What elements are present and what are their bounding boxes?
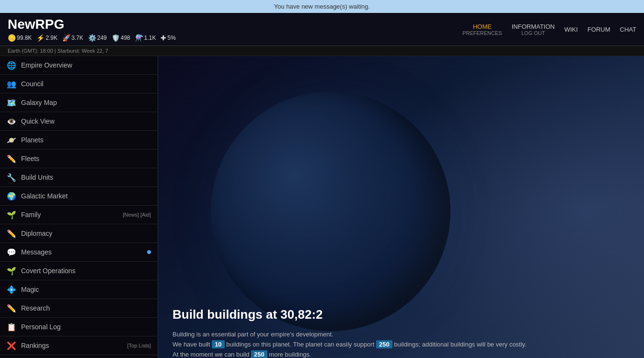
sidebar-label-2: Galaxy Map	[21, 99, 151, 106]
nav-link-chat[interactable]: CHAT	[620, 26, 636, 33]
sidebar-label-7: Galactic Market	[21, 192, 151, 200]
page-description: Building is an essential part of your em…	[172, 330, 630, 358]
desc3-pre: At the moment we can build	[172, 351, 251, 358]
sidebar-label-8: Family	[21, 211, 118, 219]
notification-text: You have new message(s) waiting.	[274, 3, 370, 10]
sidebar-icon-5: ✏️	[7, 154, 16, 163]
planet-decoration	[211, 92, 450, 331]
nav-link-forum[interactable]: FORUM	[587, 26, 610, 33]
sidebar-label-0: Empire Overview	[21, 61, 151, 69]
desc2-mid: buildings on this planet. The planet can…	[225, 341, 376, 348]
sidebar-icon-6: 🔧	[7, 173, 16, 182]
sidebar-icon-14: 📋	[7, 322, 16, 332]
sidebar-icon-7: 🌍	[7, 191, 16, 201]
desc2-post: buildings; additional buildings will be …	[392, 341, 527, 348]
resource-ships: 🚀3.7K	[62, 34, 83, 42]
sidebar-label-10: Messages	[21, 248, 142, 256]
sidebar-item-fleets[interactable]: ✏️ Fleets	[0, 150, 158, 168]
resource-bonus: ✚5%	[161, 34, 175, 42]
notification-bar: You have new message(s) waiting.	[0, 0, 644, 13]
layout: 🌐 Empire Overview 👥 Council 🗺️ Galaxy Ma…	[0, 56, 644, 358]
nav-sub-logout[interactable]: LOG OUT	[521, 30, 545, 36]
nav-information[interactable]: INFORMATIONLOG OUT	[512, 23, 555, 36]
sidebar-icon-2: 🗺️	[7, 98, 16, 107]
sidebar-icon-8: 🌱	[7, 210, 16, 219]
built-count: 10	[212, 340, 224, 348]
defense-value: 498	[121, 35, 130, 41]
ships-icon: 🚀	[62, 34, 70, 42]
resource-tech: ⚙️249	[88, 34, 107, 42]
sidebar-item-galactic-market[interactable]: 🌍 Galactic Market	[0, 187, 158, 206]
resource-gold: 🪙99.8K	[8, 34, 32, 42]
sidebar-item-family[interactable]: 🌱 Family [News] [Aid]	[0, 206, 158, 224]
sidebar-icon-3: 👁️	[7, 116, 16, 126]
sidebar-icon-12: 💠	[7, 285, 16, 294]
resources-bar: 🪙99.8K⚡2.9K🚀3.7K⚙️249🛡️498⚗️1.1K✚5%	[8, 34, 176, 42]
sidebar-label-15: Rankings	[21, 342, 122, 349]
research-value: 1.1K	[144, 35, 156, 41]
energy-value: 2.9K	[46, 35, 58, 41]
sidebar-icon-9: ✏️	[7, 229, 16, 238]
nav-chat[interactable]: CHAT	[620, 26, 636, 33]
sidebar-dot-10	[147, 250, 151, 254]
sidebar-item-family-forum[interactable]: 🌺 Family Forum	[0, 355, 158, 358]
desc1: Building is an essential part of your em…	[172, 331, 334, 338]
sidebar-label-4: Planets	[21, 136, 151, 144]
sidebar-label-1: Council	[21, 80, 151, 88]
sidebar-icon-10: 💬	[7, 247, 16, 257]
sidebar-label-11: Covert Operations	[21, 267, 151, 275]
sidebar-item-research[interactable]: ✏️ Research	[0, 299, 158, 318]
resource-defense: 🛡️498	[112, 34, 130, 42]
sidebar-icon-4: 🪐	[7, 135, 16, 145]
nav-wiki[interactable]: WIKI	[564, 26, 578, 33]
sidebar-item-covert-operations[interactable]: 🌱 Covert Operations	[0, 262, 158, 280]
sidebar-item-council[interactable]: 👥 Council	[0, 75, 158, 93]
nav-sub-preferences[interactable]: PREFERENCES	[462, 30, 502, 36]
tech-icon: ⚙️	[88, 34, 96, 42]
energy-icon: ⚡	[36, 34, 45, 42]
gold-icon: 🪙	[8, 34, 16, 42]
sidebar-item-personal-log[interactable]: 📋 Personal Log	[0, 318, 158, 336]
sidebar-icon-13: ✏️	[7, 303, 16, 313]
sidebar-icon-15: ❌	[7, 341, 16, 350]
ships-value: 3.7K	[71, 35, 83, 41]
bonus-value: 5%	[167, 35, 175, 41]
defense-icon: 🛡️	[112, 34, 120, 42]
sidebar-label-3: Quick View	[21, 117, 151, 125]
nav-link-wiki[interactable]: WIKI	[564, 26, 578, 33]
sidebar-item-diplomacy[interactable]: ✏️ Diplomacy	[0, 224, 158, 243]
sidebar-icon-11: 🌱	[7, 266, 16, 276]
sidebar-item-quick-view[interactable]: 👁️ Quick View	[0, 112, 158, 131]
sidebar-label-12: Magic	[21, 286, 151, 293]
nav-forum[interactable]: FORUM	[587, 26, 610, 33]
sidebar-item-galaxy-map[interactable]: 🗺️ Galaxy Map	[0, 93, 158, 112]
sidebar: 🌐 Empire Overview 👥 Council 🗺️ Galaxy Ma…	[0, 56, 158, 358]
logo[interactable]: NewRPG	[8, 17, 176, 32]
sidebar-icon-0: 🌐	[7, 60, 16, 70]
page-title: Build buildings at 30,82:2	[172, 307, 630, 322]
header-clock: Earth (GMT): 18:00 | Starburst: Week 22,…	[0, 46, 644, 56]
resource-energy: ⚡2.9K	[36, 34, 58, 42]
sidebar-item-magic[interactable]: 💠 Magic	[0, 280, 158, 299]
sidebar-label-13: Research	[21, 304, 151, 312]
gold-value: 99.8K	[17, 35, 32, 41]
sidebar-icon-1: 👥	[7, 79, 16, 89]
sidebar-badge-15: [Top Lists]	[127, 343, 151, 348]
nav-link-information[interactable]: INFORMATION	[512, 23, 555, 30]
sidebar-label-5: Fleets	[21, 155, 151, 162]
tech-value: 249	[97, 35, 107, 41]
header: NewRPG 🪙99.8K⚡2.9K🚀3.7K⚙️249🛡️498⚗️1.1K✚…	[0, 13, 644, 46]
sidebar-item-planets[interactable]: 🪐 Planets	[0, 131, 158, 150]
resource-research: ⚗️1.1K	[135, 34, 156, 42]
main-content: Build buildings at 30,82:2 Building is a…	[158, 56, 644, 358]
sidebar-item-build-units[interactable]: 🔧 Build Units	[0, 168, 158, 187]
sidebar-label-14: Personal Log	[21, 323, 151, 331]
sidebar-item-empire-overview[interactable]: 🌐 Empire Overview	[0, 56, 158, 75]
sidebar-item-messages[interactable]: 💬 Messages	[0, 243, 158, 262]
sidebar-item-rankings[interactable]: ❌ Rankings [Top Lists]	[0, 336, 158, 355]
nav-links: HOMEPREFERENCESINFORMATIONLOG OUTWIKIFOR…	[462, 23, 636, 36]
nav-home[interactable]: HOMEPREFERENCES	[462, 23, 502, 36]
nav-link-home[interactable]: HOME	[473, 23, 492, 30]
sidebar-label-9: Diplomacy	[21, 230, 151, 237]
sidebar-badge-8: [News] [Aid]	[123, 212, 151, 218]
